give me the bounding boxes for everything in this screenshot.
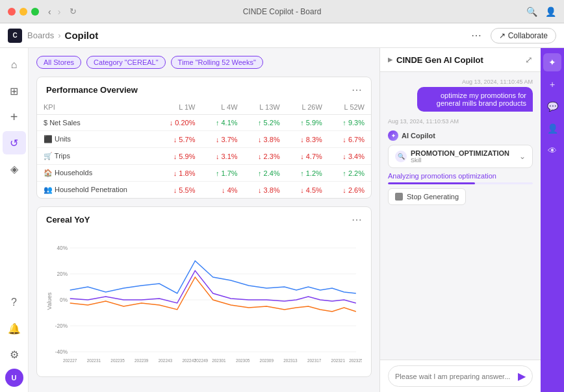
breadcrumb-parent[interactable]: Boards — [27, 31, 54, 40]
filter-bar: All Stores Category "CEREAL" Time "Rolli… — [36, 56, 372, 69]
more-options-button[interactable]: ⋯ — [467, 27, 485, 45]
main-panel: All Stores Category "CEREAL" Time "Rolli… — [29, 48, 379, 392]
forward-button[interactable]: › — [58, 6, 61, 17]
svg-text:202249: 202249 — [194, 358, 209, 363]
maximize-button[interactable] — [31, 8, 39, 16]
svg-text:202313: 202313 — [283, 358, 298, 363]
sidebar-item-help[interactable]: ? — [3, 291, 26, 314]
right-icon-panel: ✦ + 💬 👤 👁 — [541, 48, 564, 392]
skill-expand-icon[interactable]: ⌄ — [519, 152, 526, 161]
skill-icon: 🔍 — [395, 151, 407, 162]
analyzing-text: Analyzing promotions optimization — [388, 172, 533, 180]
svg-text:202239: 202239 — [135, 358, 149, 363]
stop-icon — [395, 193, 403, 201]
search-icon[interactable]: 🔍 — [526, 6, 537, 17]
title-bar: ‹ › ↻ CINDE Copilot - Board 🔍 👤 — [0, 0, 564, 23]
filter-time[interactable]: Time "Rolling 52 Weeks" — [171, 56, 263, 69]
ai-panel: CINDE Gen AI Copilot ⤢ Aug 13, 2024, 11:… — [379, 48, 541, 392]
nav-actions: ⋯ ↗ Collaborate — [467, 27, 556, 45]
right-chat-icon[interactable]: 💬 — [543, 97, 561, 116]
kpi-value: ↓ 3.4% — [329, 148, 371, 165]
ai-label: ✦ AI Copilot — [388, 130, 533, 141]
svg-text:40%: 40% — [57, 245, 68, 251]
svg-text:202321: 202321 — [331, 358, 346, 363]
filter-category[interactable]: Category "CEREAL" — [86, 56, 166, 69]
kpi-value: ↑ 1.7% — [201, 165, 244, 182]
sidebar: ⌂ ⊞ + ↺ ◈ ? 🔔 ⚙ U — [0, 48, 29, 392]
ai-input-box[interactable]: ▶ — [388, 365, 533, 387]
skill-type: Skill — [411, 157, 509, 164]
kpi-value: ↓ 4.5% — [287, 182, 329, 199]
sidebar-item-notifications[interactable]: 🔔 — [3, 317, 26, 340]
right-eye-icon[interactable]: 👁 — [543, 141, 561, 160]
ai-response-timestamp: Aug 13, 2024, 11:10:53 AM — [388, 118, 533, 125]
col-l1w: L 1W — [155, 100, 202, 115]
kpi-value: ↓ 1.8% — [155, 165, 202, 182]
svg-text:-20%: -20% — [55, 323, 68, 329]
ai-copilot-icon: ✦ — [388, 130, 398, 141]
chart-card-menu[interactable]: ⋯ — [352, 214, 362, 226]
title-right-icons: 🔍 👤 — [526, 6, 556, 17]
svg-text:202243: 202243 — [159, 358, 173, 363]
skill-info: PROMOTION_OPTIMIZATION Skill — [411, 149, 509, 164]
content-area: All Stores Category "CEREAL" Time "Rolli… — [29, 48, 564, 392]
user-message-timestamp: Aug 13, 2024, 11:10:45 AM — [462, 79, 533, 85]
right-user-icon[interactable]: 👤 — [543, 119, 561, 138]
kpi-value: ↑ 2.4% — [244, 165, 287, 182]
user-avatar[interactable]: U — [5, 369, 23, 387]
table-row: 🏠 Households↓ 1.8%↑ 1.7%↑ 2.4%↑ 1.2%↑ 2.… — [37, 165, 371, 182]
analyzing-progress-fill — [388, 182, 475, 184]
stop-generating-button[interactable]: Stop Generating — [388, 188, 466, 205]
svg-text:20%: 20% — [57, 271, 68, 277]
svg-text:0%: 0% — [60, 297, 68, 303]
main-layout: ⌂ ⊞ + ↺ ◈ ? 🔔 ⚙ U All Stores Category "C… — [0, 48, 564, 392]
sidebar-item-home[interactable]: ⌂ — [3, 53, 26, 77]
sidebar-item-settings[interactable]: ⚙ — [3, 343, 26, 366]
kpi-value: ↓ 2.6% — [329, 182, 371, 199]
kpi-value: ↓ 4% — [201, 182, 244, 199]
app-logo[interactable]: C — [8, 29, 22, 43]
kpi-value: ↓ 5.9% — [155, 148, 202, 165]
right-copilot-icon[interactable]: ✦ — [543, 53, 561, 71]
refresh-button[interactable]: ↻ — [70, 6, 77, 16]
collaborate-icon: ↗ — [499, 31, 506, 40]
close-button[interactable] — [8, 8, 16, 16]
ai-copilot-label: AI Copilot — [402, 132, 435, 140]
ai-input-area: ▶ — [380, 360, 541, 392]
skill-name: PROMOTION_OPTIMIZATION — [411, 149, 509, 157]
sidebar-item-apps[interactable]: ◈ — [3, 157, 26, 180]
kpi-label: 👥 Household Penetration — [37, 182, 155, 199]
sidebar-item-grid[interactable]: ⊞ — [3, 79, 26, 103]
minimize-button[interactable] — [19, 8, 27, 16]
ai-send-button[interactable]: ▶ — [518, 370, 526, 382]
svg-text:202301: 202301 — [212, 358, 226, 363]
ai-chat-area: Aug 13, 2024, 11:10:45 AM optimize my pr… — [380, 72, 541, 360]
kpi-label: 🛒 Trips — [37, 148, 155, 165]
user-message-block: Aug 13, 2024, 11:10:45 AM optimize my pr… — [388, 79, 533, 112]
table-row: ⬛ Units↓ 5.7%↓ 3.7%↓ 3.8%↓ 8.3%↓ 6.7% — [37, 131, 371, 148]
svg-text:202305: 202305 — [236, 358, 250, 363]
filter-all-stores[interactable]: All Stores — [36, 56, 81, 69]
performance-card-menu[interactable]: ⋯ — [352, 84, 362, 96]
ai-expand-button[interactable]: ⤢ — [525, 55, 533, 65]
back-button[interactable]: ‹ — [48, 6, 51, 17]
user-circle-icon[interactable]: 👤 — [545, 6, 556, 17]
right-add-icon[interactable]: + — [543, 75, 561, 93]
ai-input-field[interactable] — [395, 373, 514, 380]
kpi-value: ↓ 8.3% — [287, 131, 329, 148]
collaborate-button[interactable]: ↗ Collaborate — [491, 28, 556, 43]
col-l26w: L 26W — [287, 100, 329, 115]
sidebar-item-history[interactable]: ↺ — [3, 131, 26, 154]
sidebar-item-add[interactable]: + — [3, 105, 26, 129]
kpi-value: ↑ 5.9% — [287, 115, 329, 131]
col-l52w: L 52W — [329, 100, 371, 115]
skill-chip[interactable]: 🔍 PROMOTION_OPTIMIZATION Skill ⌄ — [388, 145, 533, 168]
kpi-value: ↓ 2.3% — [244, 148, 287, 165]
cereal-yoy-card: Cereal YoY ⋯ Values — [36, 206, 372, 377]
chart-area: Values 40% 20% 0% -20% — [37, 230, 371, 376]
svg-text:202235: 202235 — [110, 358, 125, 363]
window-controls: ‹ › ↻ — [8, 6, 77, 17]
table-row: 👥 Household Penetration↓ 5.5%↓ 4%↓ 3.8%↓… — [37, 182, 371, 199]
chart-title: Cereal YoY — [46, 215, 90, 225]
performance-overview-card: Performance Overview ⋯ KPI L 1W L 4W L 1… — [36, 77, 372, 199]
